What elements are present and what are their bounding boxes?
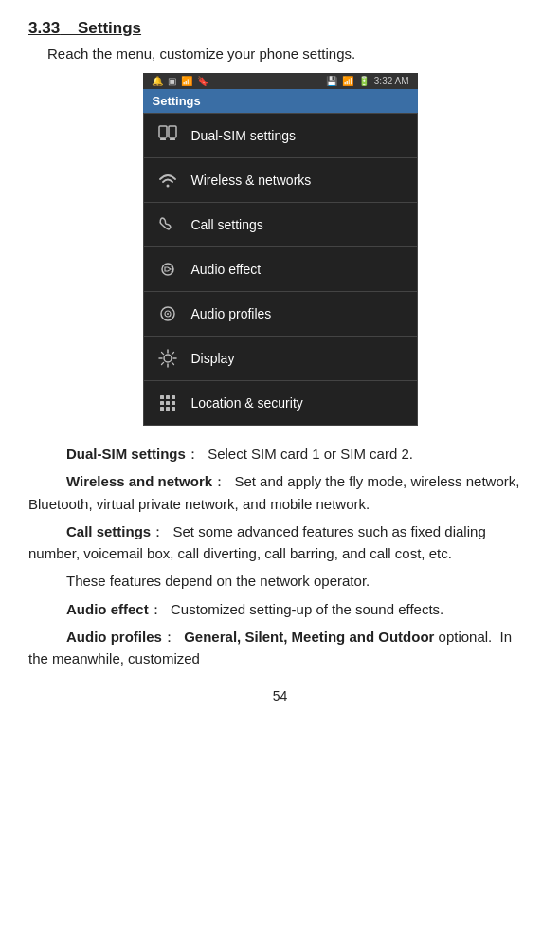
- time-display: 3:32 AM: [374, 76, 409, 86]
- dual-sim-label: Dual-SIM settings: [191, 128, 296, 143]
- svg-line-16: [172, 353, 173, 355]
- desc-network-note: These features depend on the network ope…: [28, 570, 532, 592]
- svg-point-4: [166, 185, 169, 188]
- svg-rect-20: [172, 395, 175, 399]
- svg-line-17: [161, 362, 163, 364]
- profiles-options: General, Silent, Meeting and Outdoor: [184, 629, 434, 645]
- desc-dual-sim: Dual-SIM settings： Select SIM card 1 or …: [28, 443, 532, 465]
- svg-rect-18: [160, 395, 164, 399]
- desc-audio-profiles: Audio profiles： General, Silent, Meeting…: [28, 626, 532, 670]
- term-call: Call settings: [66, 523, 151, 539]
- svg-rect-3: [170, 138, 175, 140]
- svg-rect-24: [160, 407, 164, 411]
- desc-audio-effect: Audio effect： Customized setting-up of t…: [28, 598, 532, 620]
- phone-mockup: 🔔 ▣ 📶 🔖 💾 📶 🔋 3:32 AM Settings: [143, 73, 418, 426]
- svg-line-14: [161, 353, 163, 355]
- settings-item-audio-profiles[interactable]: Audio profiles: [144, 292, 417, 337]
- wireless-icon: [155, 168, 180, 192]
- wireless-label: Wireless & networks: [191, 173, 312, 188]
- svg-line-15: [172, 362, 173, 364]
- network-note-text: These features depend on the network ope…: [66, 573, 370, 589]
- sim2-icon: 🔖: [197, 76, 208, 86]
- location-icon: [155, 391, 180, 415]
- term-dual-sim: Dual-SIM settings: [66, 446, 186, 462]
- call-icon: [155, 212, 180, 237]
- signal-icon: 📶: [342, 76, 353, 86]
- term-audio-effect: Audio effect: [66, 601, 149, 617]
- svg-rect-23: [172, 401, 175, 405]
- intro-text: Reach the menu, customize your phone set…: [47, 46, 532, 62]
- settings-item-audio-effect[interactable]: Audio effect: [144, 247, 417, 292]
- settings-item-wireless[interactable]: Wireless & networks: [144, 158, 417, 203]
- svg-rect-22: [166, 401, 170, 405]
- battery-icon: 🔋: [358, 76, 370, 86]
- display-icon: [155, 346, 180, 371]
- svg-point-8: [167, 313, 169, 315]
- term-wireless: Wireless and network: [66, 473, 212, 489]
- call-label: Call settings: [191, 217, 263, 232]
- settings-item-display[interactable]: Display: [144, 337, 417, 381]
- page-number: 54: [28, 688, 532, 703]
- section-heading: 3.33 Settings: [28, 19, 532, 38]
- audio-profiles-label: Audio profiles: [191, 306, 272, 321]
- audio-effect-label: Audio effect: [191, 262, 262, 277]
- location-label: Location & security: [191, 395, 303, 411]
- svg-rect-1: [169, 126, 176, 137]
- settings-list: Dual-SIM settings Wireless & networks Ca…: [143, 113, 418, 426]
- settings-header-label: Settings: [153, 94, 201, 108]
- svg-rect-2: [160, 138, 166, 140]
- descriptions-section: Dual-SIM settings： Select SIM card 1 or …: [28, 443, 532, 669]
- audio-profiles-icon: [155, 301, 180, 326]
- status-icons-left: 🔔 ▣ 📶 🔖: [151, 76, 209, 86]
- svg-rect-0: [159, 126, 167, 137]
- svg-rect-25: [166, 407, 170, 411]
- section-title: Settings: [78, 19, 141, 37]
- status-icons-right: 💾 📶 🔋 3:32 AM: [325, 76, 410, 86]
- svg-rect-26: [172, 407, 175, 411]
- sim-icon: 📶: [181, 76, 192, 86]
- settings-item-location[interactable]: Location & security: [144, 381, 417, 425]
- settings-item-call[interactable]: Call settings: [144, 203, 417, 247]
- svg-rect-19: [166, 395, 170, 399]
- sd-icon: 💾: [326, 76, 337, 86]
- term-audio-profiles: Audio profiles: [66, 629, 162, 645]
- status-bar: 🔔 ▣ 📶 🔖 💾 📶 🔋 3:32 AM: [143, 73, 418, 89]
- section-number: 3.33: [28, 19, 60, 37]
- settings-header: Settings: [143, 89, 418, 113]
- desc-wireless: Wireless and network： Set and apply the …: [28, 470, 532, 515]
- settings-item-dual-sim[interactable]: Dual-SIM settings: [144, 114, 417, 158]
- desc-call: Call settings： Set some advanced feature…: [28, 520, 532, 565]
- box-icon: ▣: [168, 76, 176, 86]
- audio-effect-icon: [155, 257, 180, 282]
- svg-point-5: [162, 264, 173, 275]
- alert-icon: 🔔: [152, 76, 163, 86]
- display-label: Display: [191, 351, 235, 366]
- dual-sim-icon: [155, 123, 180, 148]
- svg-rect-21: [160, 401, 164, 405]
- svg-point-9: [164, 355, 172, 362]
